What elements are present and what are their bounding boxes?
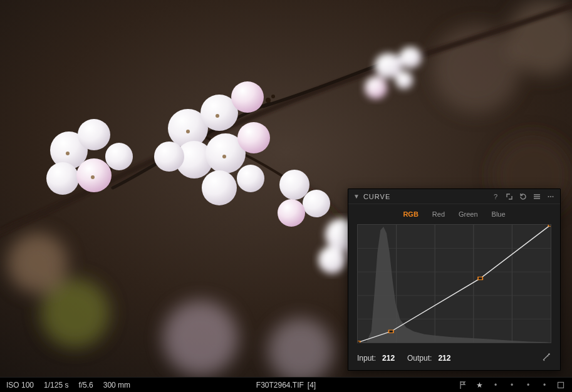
svg-point-9 — [399, 47, 422, 68]
meta-focal: 300 mm — [103, 381, 130, 389]
channel-tab-red[interactable]: Red — [430, 209, 447, 219]
svg-point-38 — [216, 114, 219, 118]
curve-panel-header: ▼ CURVE ? — [348, 189, 560, 204]
svg-point-26 — [105, 143, 133, 170]
rating-star-icon[interactable]: ★ — [474, 380, 484, 390]
curve-graph[interactable] — [357, 224, 551, 343]
flag-icon[interactable] — [458, 380, 468, 390]
svg-rect-61 — [548, 225, 551, 226]
rating-dot-1[interactable]: • — [491, 380, 501, 390]
svg-point-39 — [222, 155, 226, 158]
svg-point-46 — [318, 246, 346, 274]
reset-icon[interactable] — [519, 192, 528, 201]
input-label: Input: — [357, 354, 376, 363]
svg-point-18 — [266, 98, 271, 103]
svg-point-23 — [78, 119, 110, 150]
more-icon[interactable] — [546, 192, 555, 201]
svg-point-43 — [278, 199, 305, 227]
input-value[interactable]: 212 — [382, 354, 401, 363]
expand-icon[interactable] — [505, 192, 514, 201]
filename-group: F30T2964.TIF [4] — [256, 381, 316, 389]
sequence: [4] — [308, 381, 316, 389]
svg-rect-63 — [558, 382, 564, 388]
svg-point-34 — [237, 122, 270, 153]
svg-point-47 — [548, 196, 549, 197]
svg-point-25 — [76, 158, 112, 192]
svg-point-35 — [202, 170, 237, 205]
svg-point-28 — [91, 175, 95, 179]
rating-dot-2[interactable]: • — [507, 380, 517, 390]
meta-aperture: f/5.6 — [78, 381, 93, 389]
svg-point-2 — [8, 233, 68, 293]
svg-point-41 — [279, 170, 309, 200]
channel-tab-green[interactable]: Green — [456, 209, 481, 219]
color-tag-icon[interactable] — [556, 380, 566, 390]
help-icon[interactable]: ? — [491, 192, 500, 201]
rating-dot-4[interactable]: • — [539, 380, 549, 390]
meta-iso: ISO 100 — [6, 381, 34, 389]
channel-tabs: RGB Red Green Blue — [348, 204, 560, 222]
svg-point-19 — [271, 95, 275, 98]
filename: F30T2964.TIF — [256, 381, 304, 389]
channel-tab-rgb[interactable]: RGB — [400, 209, 420, 219]
status-bar: ISO 100 1/125 s f/5.6 300 mm F30T2964.TI… — [0, 377, 572, 392]
svg-rect-60 — [478, 277, 482, 279]
svg-point-37 — [154, 142, 184, 172]
panel-collapse-toggle[interactable]: ▼ — [353, 193, 360, 200]
panel-tools: ? — [491, 192, 555, 201]
svg-point-31 — [231, 81, 264, 113]
channel-tab-blue[interactable]: Blue — [489, 209, 508, 219]
svg-point-49 — [553, 196, 554, 197]
status-right: ★ • • • • — [458, 380, 566, 390]
svg-point-11 — [395, 71, 413, 89]
svg-point-36 — [237, 165, 264, 192]
curve-picker-icon[interactable] — [541, 352, 551, 364]
viewport: ▼ CURVE ? RGB Red Green — [0, 0, 572, 392]
svg-point-48 — [550, 196, 551, 197]
svg-rect-58 — [358, 341, 360, 343]
output-label: Output: — [407, 354, 432, 363]
menu-icon[interactable] — [533, 192, 541, 201]
svg-point-62 — [548, 353, 549, 354]
meta-shutter: 1/125 s — [44, 381, 68, 389]
svg-point-27 — [66, 152, 70, 155]
svg-point-24 — [46, 162, 79, 195]
curve-panel[interactable]: ▼ CURVE ? RGB Red Green — [348, 188, 561, 371]
output-value[interactable]: 212 — [438, 354, 457, 363]
rating-dot-3[interactable]: • — [523, 380, 533, 390]
svg-point-3 — [163, 301, 238, 376]
svg-rect-59 — [389, 330, 393, 333]
panel-title: CURVE — [363, 193, 491, 200]
curve-area — [348, 222, 560, 348]
curve-io-row: Input: 212 Output: 212 — [348, 348, 560, 370]
svg-point-40 — [186, 130, 190, 133]
svg-point-10 — [365, 76, 387, 99]
svg-point-42 — [303, 190, 330, 217]
